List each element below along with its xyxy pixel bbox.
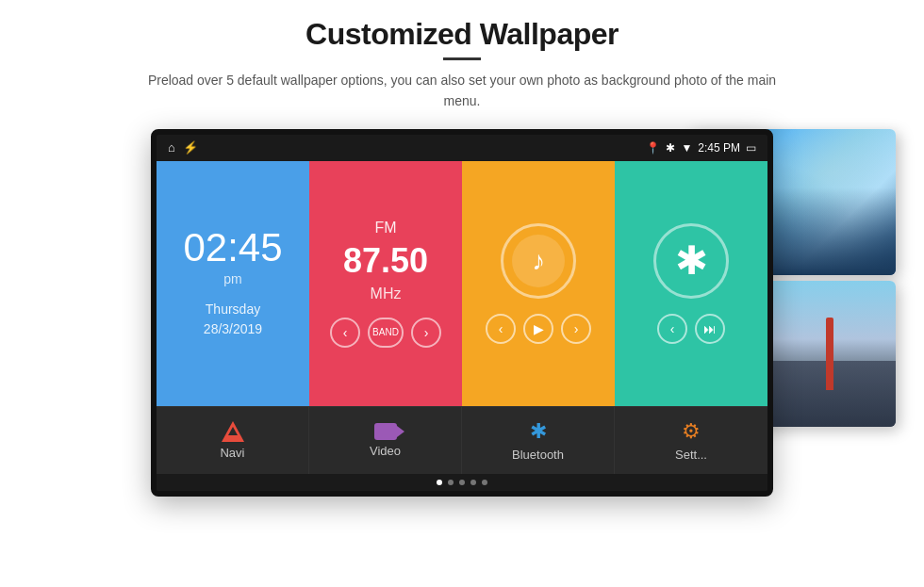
bt-prev-button[interactable]: ‹ bbox=[657, 314, 687, 344]
music-tile[interactable]: ♪ ‹ ▶ › bbox=[462, 161, 615, 406]
radio-tile[interactable]: FM 87.50 MHz ‹ BAND › bbox=[309, 161, 462, 406]
page-header: Customized Wallpaper Preload over 5 defa… bbox=[0, 0, 924, 120]
page-dot-5 bbox=[482, 480, 487, 485]
music-icon-circle: ♪ bbox=[501, 223, 576, 299]
clock-date: Thursday 28/3/2019 bbox=[204, 300, 262, 339]
title-divider bbox=[443, 57, 481, 60]
music-controls: ‹ ▶ › bbox=[486, 314, 591, 344]
status-bar: ⌂ ⚡ 📍 ✱ ▼ 2:45 PM ▭ bbox=[157, 135, 767, 161]
app-screen: 02:45 pm Thursday 28/3/2019 FM 87.50 MHz… bbox=[157, 161, 767, 491]
page-dot-3 bbox=[459, 480, 465, 485]
page-dot-1 bbox=[437, 480, 442, 485]
header-subtitle: Preload over 5 default wallpaper options… bbox=[132, 70, 792, 112]
bt-controls: ‹ ⏭ bbox=[657, 314, 725, 344]
bridge-tower-right bbox=[826, 318, 833, 391]
radio-next-button[interactable]: › bbox=[411, 318, 441, 348]
nav-item-settings[interactable]: ⚙ Sett... bbox=[615, 407, 767, 474]
navi-icon bbox=[222, 421, 244, 442]
home-icon: ⌂ bbox=[168, 140, 175, 155]
radio-label: FM bbox=[374, 220, 396, 236]
bluetooth-symbol: ✱ bbox=[675, 237, 708, 284]
clock-ampm: pm bbox=[223, 271, 241, 286]
battery-icon: ▭ bbox=[746, 141, 756, 155]
status-left: ⌂ ⚡ bbox=[168, 140, 198, 155]
status-right: 📍 ✱ ▼ 2:45 PM ▭ bbox=[646, 141, 756, 155]
page-dot-4 bbox=[470, 480, 476, 485]
radio-prev-button[interactable]: ‹ bbox=[330, 318, 360, 348]
top-apps-grid: 02:45 pm Thursday 28/3/2019 FM 87.50 MHz… bbox=[157, 161, 767, 406]
usb-icon: ⚡ bbox=[183, 140, 198, 155]
bottom-nav: Navi Video ✱ Bluetooth ⚙ Sett... bbox=[157, 406, 767, 474]
nav-label-settings: Sett... bbox=[675, 448, 707, 462]
nav-label-bluetooth: Bluetooth bbox=[512, 448, 564, 462]
music-prev-button[interactable]: ‹ bbox=[486, 314, 516, 344]
content-area: ⌂ ⚡ 📍 ✱ ▼ 2:45 PM ▭ 02:45 pm Thursday bbox=[0, 120, 924, 587]
radio-controls: ‹ BAND › bbox=[330, 318, 441, 348]
clock-time: 02:45 bbox=[183, 228, 282, 268]
radio-band-button[interactable]: BAND bbox=[368, 318, 404, 348]
music-next-button[interactable]: › bbox=[561, 314, 591, 344]
nav-item-video[interactable]: Video bbox=[309, 407, 462, 474]
bluetooth-status-icon: ✱ bbox=[666, 141, 675, 155]
device-mockup: ⌂ ⚡ 📍 ✱ ▼ 2:45 PM ▭ 02:45 pm Thursday bbox=[151, 129, 773, 497]
page-indicators bbox=[157, 474, 767, 491]
location-icon: 📍 bbox=[646, 141, 660, 155]
nav-label-navi: Navi bbox=[220, 446, 244, 460]
music-play-button[interactable]: ▶ bbox=[523, 314, 553, 344]
radio-unit: MHz bbox=[371, 285, 402, 302]
nav-item-navi[interactable]: Navi bbox=[157, 407, 309, 474]
nav-item-bluetooth[interactable]: ✱ Bluetooth bbox=[462, 407, 615, 474]
nav-bluetooth-icon: ✱ bbox=[530, 419, 547, 444]
music-note-icon: ♪ bbox=[512, 235, 565, 287]
wifi-icon: ▼ bbox=[681, 141, 692, 155]
video-icon bbox=[374, 423, 397, 440]
bluetooth-tile[interactable]: ✱ ‹ ⏭ bbox=[615, 161, 767, 406]
settings-icon: ⚙ bbox=[682, 419, 701, 444]
clock-tile[interactable]: 02:45 pm Thursday 28/3/2019 bbox=[157, 161, 309, 406]
status-time: 2:45 PM bbox=[698, 141, 740, 155]
bt-next-button[interactable]: ⏭ bbox=[695, 314, 725, 344]
bluetooth-icon-circle: ✱ bbox=[653, 223, 729, 299]
nav-label-video: Video bbox=[370, 444, 401, 458]
page-dot-2 bbox=[448, 480, 454, 485]
radio-frequency: 87.50 bbox=[343, 244, 428, 278]
page-title: Customized Wallpaper bbox=[57, 17, 867, 52]
